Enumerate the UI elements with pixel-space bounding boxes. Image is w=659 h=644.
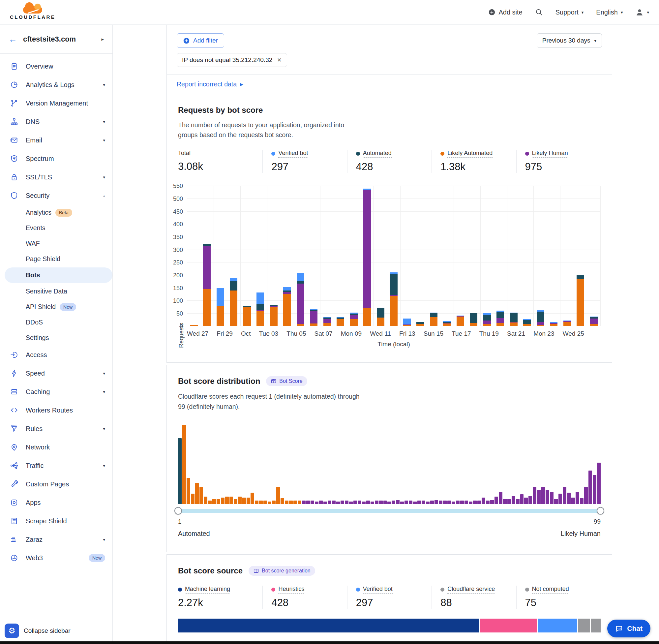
sidebar-item-sensitive-data[interactable]: Sensitive Data [0,283,112,299]
sidebar-item-api-shield[interactable]: API ShieldNew [0,299,112,315]
stacked-bar [403,186,411,326]
sidebar-item-caching[interactable]: Caching▾ [0,383,112,401]
sidebar-item-dns[interactable]: DNS▾ [0,112,112,131]
stacked-bar [443,186,451,326]
chevron-down-icon: ▾ [594,38,596,43]
stat-label-text[interactable]: Verified bot [363,585,393,594]
histogram-bar [379,501,383,504]
x-tick-label: Thu 19 [479,330,499,337]
histogram-bar [263,501,267,504]
sidebar-item-analytics[interactable]: AnalyticsBeta [0,205,112,220]
sidebar-item-custom-pages[interactable]: Custom Pages [0,475,112,493]
sidebar-item-traffic[interactable]: Traffic▾ [0,456,112,475]
bar-slot [307,186,320,326]
histogram-bar [332,501,336,504]
legend-dot [525,588,529,592]
sidebar-item-email[interactable]: Email▾ [0,131,112,150]
settings-gear-button[interactable]: ⚙ [5,624,19,638]
bar-segment-automated [230,281,237,291]
sidebar-item-network[interactable]: Network [0,438,112,456]
bar-segment-likely-automated [217,306,224,326]
cloudflare-logo[interactable]: CLOUDFLARE [10,6,55,20]
chevron-down-icon: ▾ [103,138,105,143]
report-incorrect-data-link[interactable]: Report incorrect data [177,80,237,88]
sidebar-item-scrape-shield[interactable]: Scrape Shield [0,512,112,530]
account-menu[interactable]: ▾ [635,8,649,17]
sidebar-item-security[interactable]: Security▴ [0,186,112,205]
back-arrow-icon[interactable]: ← [8,35,17,44]
sidebar-item-speed[interactable]: Speed▾ [0,364,112,383]
histogram-bar [494,497,498,504]
stat-label-text[interactable]: Not computed [532,585,569,594]
sidebar-item-analytics-logs[interactable]: Analytics & Logs▾ [0,75,112,94]
sidebar-item-version-management[interactable]: Version Management [0,94,112,112]
stat-verified-bot: Verified bot297 [262,150,347,173]
sidebar-item-page-shield[interactable]: Page Shield [0,251,112,267]
histogram-bar [204,497,207,504]
slider-handle-min[interactable] [174,507,182,515]
sidebar-item-spectrum[interactable]: Spectrum [0,150,112,168]
sidebar-item-overview[interactable]: Overview [0,57,112,75]
sidebar-item-events[interactable]: Events [0,220,112,236]
add-filter-button[interactable]: Add filter [177,33,224,48]
bar-segment-verified-bot [257,293,264,304]
histogram-bar [281,498,284,504]
close-icon[interactable]: ✕ [277,57,282,64]
x-tick-label [584,330,592,337]
chevron-right-icon[interactable]: ▸ [101,36,104,42]
sidebar-item-zaraz[interactable]: Zaraz▾ [0,530,112,549]
bar-segment-likely-automated [363,308,371,326]
stacked-bar [243,186,251,326]
language-menu[interactable]: English ▾ [596,8,623,16]
bar-slot [201,186,214,326]
stacked-bar [523,186,531,326]
slider-handle-max[interactable] [597,507,604,515]
histogram-bar [533,487,536,504]
bot-score-generation-badge[interactable]: Bot score generation [249,566,315,576]
chat-button[interactable]: Chat [607,620,651,638]
sidebar-item-apps[interactable]: Apps [0,493,112,512]
sidebar-item-ddos[interactable]: DDoS [0,315,112,330]
filter-chip[interactable]: IP does not equal 35.212.240.32 ✕ [177,53,287,67]
sidebar-item-settings[interactable]: Settings [0,330,112,346]
bar-segment-likely-automated [537,325,544,326]
collapse-sidebar-button[interactable]: Collapse sidebar [24,627,71,635]
chevron-down-icon: ▾ [103,83,105,87]
rules-icon [10,424,19,433]
date-range-dropdown[interactable]: Previous 30 days ▾ [537,33,602,48]
score-range-slider[interactable] [178,509,601,513]
histogram-bar [268,502,271,504]
stat-label-text[interactable]: Automated [363,150,392,158]
sidebar-item-access[interactable]: Access [0,346,112,364]
sidebar-item-waf[interactable]: WAF [0,236,112,251]
legend-dot [271,152,275,156]
histogram-bar [426,502,429,504]
stat-label-text[interactable]: Heuristics [278,585,304,594]
search-button[interactable] [535,8,543,16]
bar-slot [387,186,400,326]
sidebar-item-rules[interactable]: Rules▾ [0,419,112,438]
window-bottom-edge [0,641,659,644]
sidebar-item-ssl-tls[interactable]: SSL/TLS▾ [0,168,112,186]
sidebar-item-workers-routes[interactable]: Workers Routes [0,401,112,419]
stat-label: Verified bot [356,585,431,594]
sidebar-item-bots[interactable]: Bots [5,268,112,283]
histogram-bar [195,483,199,504]
site-selector[interactable]: ← cftestsite3.com ▸ [0,25,112,54]
bar-slot [400,186,414,326]
stat-label-text[interactable]: Machine learning [185,585,230,594]
support-menu[interactable]: Support ▾ [556,8,584,16]
sidebar-item-label: API Shield [26,303,56,310]
histogram-bar [512,496,515,504]
add-site-button[interactable]: Add site [488,8,522,16]
stat-label-text[interactable]: Verified bot [278,150,308,158]
histogram-bar [575,492,579,504]
bot-score-doc-badge[interactable]: Bot Score [266,376,307,386]
histogram-bar [430,501,434,504]
sidebar-item-web3[interactable]: Web3New [0,549,112,567]
stat-label-text[interactable]: Likely Human [532,150,568,158]
stat-label-text[interactable]: Cloudflare service [447,585,495,594]
bar-segment-likely-automated [403,325,411,326]
stat-label-text[interactable]: Likely Automated [447,150,493,158]
search-icon [535,8,543,16]
